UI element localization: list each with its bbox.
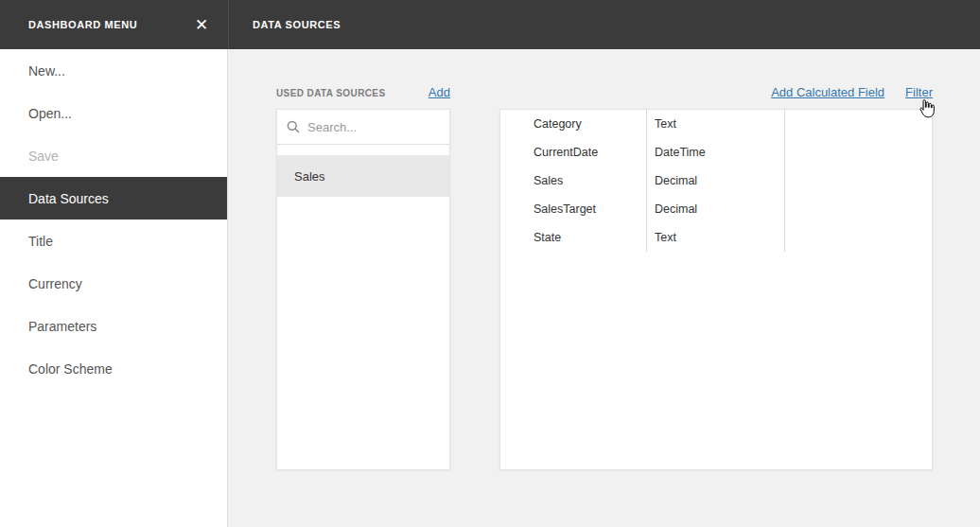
field-name: State xyxy=(500,223,647,252)
used-data-sources-header: USED DATA SOURCES Add xyxy=(276,85,450,99)
search-input[interactable] xyxy=(307,120,440,134)
add-calculated-field-link[interactable]: Add Calculated Field xyxy=(771,85,884,99)
field-type: Text xyxy=(647,223,785,252)
field-name: Category xyxy=(500,110,647,138)
fields-panel: Category Text CurrentDate DateTime Sales… xyxy=(499,109,933,470)
sidebar-item-data-sources[interactable]: Data Sources xyxy=(0,177,227,220)
field-row[interactable]: State Text xyxy=(500,223,932,252)
field-row[interactable]: CurrentDate DateTime xyxy=(500,138,932,167)
sidebar-item-title[interactable]: Title xyxy=(0,220,227,262)
field-name: SalesTarget xyxy=(500,195,647,223)
sidebar-item-save: Save xyxy=(0,134,227,177)
field-row[interactable]: Category Text xyxy=(500,110,932,138)
close-icon[interactable]: ✕ xyxy=(190,13,213,36)
field-row[interactable]: SalesTarget Decimal xyxy=(500,195,932,223)
data-sources-list-panel: Sales xyxy=(276,109,450,470)
field-extra-cell xyxy=(785,167,932,195)
field-extra-cell xyxy=(785,110,932,138)
data-source-item-sales[interactable]: Sales xyxy=(277,155,449,197)
sidebar: DASHBOARD MENU ✕ New... Open... Save Dat… xyxy=(0,0,228,527)
main-header: DATA SOURCES xyxy=(228,0,980,49)
data-source-list: Sales xyxy=(277,145,449,197)
field-extra-cell xyxy=(785,138,932,167)
sidebar-item-parameters[interactable]: Parameters xyxy=(0,305,227,347)
field-row[interactable]: Sales Decimal xyxy=(500,167,932,195)
sidebar-item-color-scheme[interactable]: Color Scheme xyxy=(0,347,227,390)
sidebar-header: DASHBOARD MENU ✕ xyxy=(0,0,228,49)
add-data-source-link[interactable]: Add xyxy=(429,85,450,99)
filter-link[interactable]: Filter xyxy=(905,85,933,99)
field-name: Sales xyxy=(500,167,647,195)
used-data-sources-label: USED DATA SOURCES xyxy=(276,88,386,98)
fields-panel-links: Add Calculated Field Filter xyxy=(499,85,933,99)
sidebar-title: DASHBOARD MENU xyxy=(28,19,137,30)
sidebar-menu: New... Open... Save Data Sources Title C… xyxy=(0,49,228,527)
main-area: DATA SOURCES USED DATA SOURCES Add Sales… xyxy=(228,0,980,527)
sidebar-item-open[interactable]: Open... xyxy=(0,92,227,134)
field-extra-cell xyxy=(785,223,932,252)
fields-table: Category Text CurrentDate DateTime Sales… xyxy=(500,110,932,252)
field-type: DateTime xyxy=(647,138,785,167)
field-extra-cell xyxy=(785,195,932,223)
field-type: Decimal xyxy=(647,167,785,195)
sidebar-item-new[interactable]: New... xyxy=(0,49,227,92)
page-title: DATA SOURCES xyxy=(253,19,341,30)
search-box xyxy=(277,110,449,145)
sidebar-item-currency[interactable]: Currency xyxy=(0,262,227,305)
search-icon xyxy=(287,120,300,133)
field-type: Text xyxy=(647,110,785,138)
field-type: Decimal xyxy=(647,195,785,223)
field-name: CurrentDate xyxy=(500,138,647,167)
